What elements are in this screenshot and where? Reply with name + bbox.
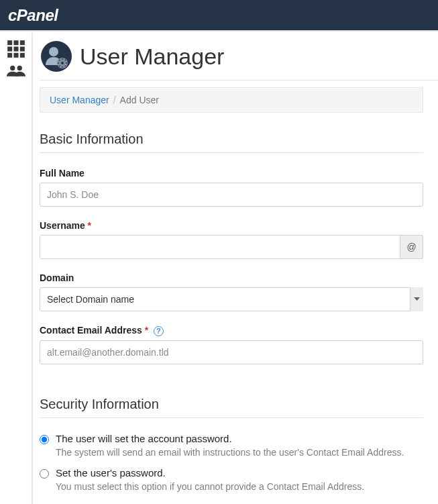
help-icon[interactable]: ? <box>154 326 164 336</box>
svg-point-10 <box>17 66 21 70</box>
svg-point-13 <box>61 62 64 64</box>
page-header: User Manager <box>40 38 438 80</box>
radio-user-sets-password[interactable] <box>40 435 49 444</box>
email-label: Contact Email Address * ? <box>40 325 423 336</box>
top-bar: cPanel <box>0 0 438 32</box>
radio-user-sets-password-hint: The system will send an email with instr… <box>56 447 423 458</box>
user-manager-icon <box>41 41 72 72</box>
section-basic-title: Basic Information <box>40 132 423 147</box>
required-mark: * <box>145 325 148 336</box>
breadcrumb-root[interactable]: User Manager <box>50 95 109 105</box>
divider <box>40 152 423 153</box>
radio-user-sets-password-label: The user will set the account password. <box>56 433 232 444</box>
breadcrumb-current: Add User <box>120 95 159 105</box>
cpanel-logo: cPanel <box>8 6 58 25</box>
breadcrumb: User Manager / Add User <box>40 87 423 113</box>
svg-rect-0 <box>7 40 12 45</box>
domain-label: Domain <box>40 272 423 283</box>
svg-rect-6 <box>7 53 12 58</box>
grid-icon[interactable] <box>7 40 25 56</box>
svg-rect-1 <box>13 40 18 45</box>
svg-rect-5 <box>19 47 24 52</box>
radio-set-password[interactable] <box>40 469 49 478</box>
breadcrumb-sep: / <box>113 95 116 105</box>
svg-rect-4 <box>13 47 18 52</box>
svg-point-9 <box>10 66 15 70</box>
domain-select[interactable]: Select Domain name <box>40 287 423 311</box>
left-nav <box>0 33 33 501</box>
section-security-title: Security Information <box>40 397 423 412</box>
username-input[interactable] <box>40 235 400 259</box>
users-icon[interactable] <box>7 65 25 81</box>
full-name-label: Full Name <box>40 168 423 179</box>
at-addon: @ <box>400 235 423 259</box>
username-label: Username * <box>40 220 423 231</box>
divider <box>40 417 423 418</box>
divider <box>40 80 438 81</box>
svg-rect-8 <box>19 53 24 58</box>
svg-rect-2 <box>19 40 24 45</box>
svg-point-11 <box>49 47 58 56</box>
radio-set-password-label: Set the user's password. <box>56 467 166 478</box>
svg-rect-7 <box>13 53 18 58</box>
page-title: User Manager <box>80 44 224 70</box>
content: User Manager User Manager / Add User Bas… <box>33 32 438 492</box>
email-input[interactable] <box>40 340 423 364</box>
svg-rect-3 <box>7 47 12 52</box>
required-mark: * <box>88 220 91 231</box>
full-name-input[interactable] <box>40 183 423 207</box>
radio-set-password-hint: You must select this option if you canno… <box>56 481 423 492</box>
